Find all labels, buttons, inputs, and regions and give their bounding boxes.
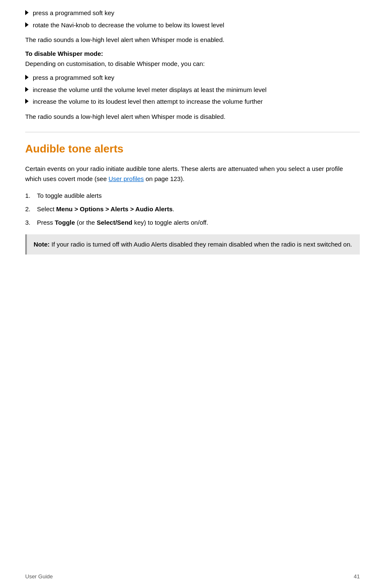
list-item: 1. To toggle audible alerts <box>25 191 360 201</box>
note-box: Note: If your radio is turned off with A… <box>25 234 360 255</box>
bullet-text: press a programmed soft key <box>33 73 360 83</box>
bullet-text: increase the volume to its loudest level… <box>33 97 360 107</box>
step-text: Press Toggle (or the Select/Send key) to… <box>37 218 208 228</box>
step-number: 2. <box>25 204 37 214</box>
list-item: increase the volume until the volume lev… <box>25 85 360 95</box>
list-item: press a programmed soft key <box>25 73 360 83</box>
list-item: press a programmed soft key <box>25 8 360 18</box>
bullet-text: increase the volume until the volume lev… <box>33 85 360 95</box>
footer-right: 41 <box>354 573 360 580</box>
disable-bullet-list: press a programmed soft key increase the… <box>25 73 360 107</box>
intro-text-part2: on page 123). <box>144 175 185 182</box>
section-divider <box>25 132 360 132</box>
footer-left: User Guide <box>25 573 53 580</box>
step-text-before: Press <box>37 219 55 226</box>
bullet-arrow-icon <box>25 10 29 15</box>
step-text: Select Menu > Options > Alerts > Audio A… <box>37 204 174 214</box>
list-item: 2. Select Menu > Options > Alerts > Audi… <box>25 204 360 214</box>
chapter-intro: Certain events on your radio initiate au… <box>25 164 360 184</box>
steps-list: 1. To toggle audible alerts 2. Select Me… <box>25 191 360 228</box>
top-bullet-list: press a programmed soft key rotate the N… <box>25 8 360 30</box>
bullet-text: rotate the Navi-knob to decrease the vol… <box>33 21 360 30</box>
page-footer: User Guide 41 <box>25 573 360 580</box>
step-number: 1. <box>25 191 37 201</box>
bullet-arrow-icon <box>25 99 29 104</box>
step-text-before: Select <box>37 205 56 213</box>
chapter-title: Audible tone alerts <box>25 142 360 155</box>
step-text-bold1: Toggle <box>55 219 75 226</box>
step-text-bold: Menu > Options > Alerts > Audio Alerts <box>56 205 173 213</box>
list-item: rotate the Navi-knob to decrease the vol… <box>25 21 360 30</box>
bullet-arrow-icon <box>25 87 29 92</box>
bullet-arrow-icon <box>25 75 29 80</box>
list-item: increase the volume to its loudest level… <box>25 97 360 107</box>
disable-section: To disable Whisper mode: Depending on cu… <box>25 50 360 122</box>
step-text-middle: (or the <box>75 219 97 226</box>
disable-closing: The radio sounds a low-high level alert … <box>25 112 360 122</box>
note-text: If your radio is turned off with Audio A… <box>50 241 352 248</box>
bullet-text: press a programmed soft key <box>33 8 360 18</box>
bullet-arrow-icon <box>25 22 29 27</box>
step-text-after: key) to toggle alerts on/off. <box>132 219 208 226</box>
step-text-bold2: Select/Send <box>97 219 132 226</box>
user-profiles-link[interactable]: User profiles <box>108 175 144 182</box>
step-number: 3. <box>25 218 37 228</box>
disable-intro: Depending on customisation, to disable W… <box>25 59 360 69</box>
top-alert-text: The radio sounds a low-high level alert … <box>25 35 360 45</box>
list-item: 3. Press Toggle (or the Select/Send key)… <box>25 218 360 228</box>
step-text: To toggle audible alerts <box>37 191 102 201</box>
note-label: Note: <box>34 241 50 248</box>
chapter-section: Audible tone alerts Certain events on yo… <box>25 142 360 255</box>
disable-heading: To disable Whisper mode: <box>25 50 360 57</box>
step-text-after: . <box>173 205 174 213</box>
page-container: press a programmed soft key rotate the N… <box>0 0 385 280</box>
